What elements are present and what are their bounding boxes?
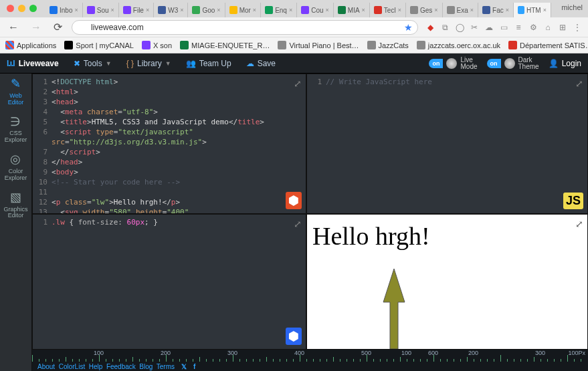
close-tab-icon[interactable]: × — [506, 7, 509, 13]
minimize-window-icon[interactable] — [18, 5, 25, 12]
ext-icon[interactable]: ▭ — [498, 22, 509, 33]
tab-label: File — [133, 7, 144, 14]
tab-label: Ges — [420, 7, 432, 14]
library-menu[interactable]: { }Library▼ — [126, 59, 171, 68]
ext-icon[interactable]: ◯ — [454, 22, 465, 33]
browser-tab[interactable]: MIA× — [334, 3, 370, 17]
close-tab-icon[interactable]: × — [289, 7, 292, 13]
live-mode-toggle[interactable]: on LiveMode — [429, 57, 477, 70]
close-tab-icon[interactable]: × — [146, 7, 149, 13]
ext-icon[interactable]: ☁ — [484, 22, 494, 33]
dark-theme-toggle[interactable]: on DarkTheme — [487, 57, 539, 70]
twitter-icon[interactable]: 𝕏 — [181, 363, 187, 370]
tab-label: HTM — [526, 7, 541, 14]
ext-icon[interactable]: ⧉ — [439, 22, 450, 33]
menu-icon[interactable]: ⋮ — [572, 22, 583, 33]
favicon-icon — [265, 6, 273, 14]
close-tab-icon[interactable]: × — [326, 7, 329, 13]
close-tab-icon[interactable]: × — [180, 7, 183, 13]
bookmark-item[interactable]: Département SATIS… — [508, 41, 588, 49]
bookmark-item[interactable]: JazzCats — [367, 41, 409, 49]
reload-button[interactable]: ⟳ — [51, 21, 65, 33]
browser-tab[interactable]: Enq× — [261, 3, 297, 17]
rail-item-css[interactable]: ∋CSSExplorer — [5, 116, 27, 144]
bookmark-item[interactable]: Sport | myCANAL — [64, 41, 134, 49]
bookmark-label: jazzcats.oerc.ox.ac.uk — [428, 41, 500, 49]
browser-tab[interactable]: W3× — [154, 3, 188, 17]
close-tab-icon[interactable]: × — [253, 7, 256, 13]
bookmark-item[interactable]: X son — [142, 41, 172, 49]
browser-tab[interactable]: Cou× — [297, 3, 334, 17]
browser-tab[interactable]: Sou× — [83, 3, 119, 17]
browser-tab[interactable]: Goo× — [188, 3, 225, 17]
maximize-window-icon[interactable] — [29, 5, 37, 12]
rail-item-web[interactable]: ✎WebEditor — [8, 78, 24, 106]
rail-item-graphics[interactable]: ▧GraphicsEditor — [3, 191, 27, 220]
expand-icon[interactable]: ⤢ — [294, 219, 302, 229]
close-tab-icon[interactable]: × — [74, 7, 78, 13]
browser-tab[interactable]: Fac× — [478, 3, 514, 17]
close-tab-icon[interactable]: × — [470, 7, 474, 13]
expand-icon[interactable]: ⤢ — [575, 219, 583, 229]
js-editor-pane[interactable]: ⤢ 1// Write JavaScript here JS — [306, 74, 588, 214]
close-tab-icon[interactable]: × — [398, 7, 401, 13]
browser-tab[interactable]: HTM× — [514, 3, 551, 17]
bookmark-star-icon[interactable]: ★ — [404, 22, 413, 33]
browser-tab[interactable]: File× — [119, 3, 154, 17]
close-tab-icon[interactable]: × — [217, 7, 220, 13]
favicon-icon — [50, 6, 58, 14]
footer-link[interactable]: About — [37, 363, 55, 370]
chevron-down-icon: ▼ — [106, 60, 112, 67]
close-tab-icon[interactable]: × — [543, 7, 547, 13]
browser-tab[interactable]: Inbo× — [45, 3, 83, 17]
bookmark-item[interactable]: Virtual Piano | Best… — [278, 41, 359, 49]
browser-tab[interactable]: Ges× — [406, 3, 443, 17]
tab-label: W3 — [168, 7, 178, 14]
close-window-icon[interactable] — [7, 5, 14, 12]
teamup-button[interactable]: 👥Team Up — [186, 59, 231, 68]
rail-item-color[interactable]: ◎ColorExplorer — [5, 153, 27, 182]
favicon-icon — [301, 6, 309, 14]
login-button[interactable]: 👤Login — [549, 59, 581, 68]
apps-button[interactable]: Applications — [5, 41, 56, 49]
close-tab-icon[interactable]: × — [362, 7, 365, 13]
html5-badge-icon: ⬢ — [286, 192, 302, 209]
browser-tab[interactable]: Exa× — [443, 3, 479, 17]
preview-svg-arrow-icon — [381, 269, 407, 349]
browser-tab[interactable]: Tecl× — [370, 3, 406, 17]
back-button[interactable]: ← — [5, 21, 21, 33]
close-tab-icon[interactable]: × — [434, 7, 437, 13]
footer-link[interactable]: Help — [89, 363, 103, 370]
footer-link[interactable]: Blog — [139, 363, 153, 370]
bookmark-favicon-icon — [278, 41, 286, 49]
save-button[interactable]: ☁Save — [246, 59, 276, 68]
css-editor-pane[interactable]: ⤢ 1.lw { font-size: 60px; } ⬢ — [32, 214, 306, 350]
tools-menu[interactable]: ✖Tools▼ — [74, 59, 112, 68]
bookmark-favicon-icon — [64, 41, 73, 49]
side-rail: ✎WebEditor∋CSSExplorer◎ColorExplorer▧Gra… — [0, 74, 32, 371]
facebook-icon[interactable]: f — [193, 363, 195, 370]
toggle-knob-icon — [446, 58, 457, 69]
app-logo[interactable]: l.ı.l Liveweave — [7, 59, 59, 68]
address-input[interactable] — [72, 20, 418, 35]
profile-name[interactable]: michel — [561, 3, 583, 11]
browser-tab[interactable]: Mor× — [225, 3, 262, 17]
ext-icon[interactable]: ◆ — [425, 22, 435, 33]
close-tab-icon[interactable]: × — [111, 7, 114, 13]
expand-icon[interactable]: ⤢ — [294, 78, 302, 89]
forward-button[interactable]: → — [28, 21, 44, 33]
ext-icon[interactable]: ⌂ — [543, 22, 553, 33]
bookmark-item[interactable]: jazzcats.oerc.ox.ac.uk — [417, 41, 500, 49]
ext-icon[interactable]: ✂ — [469, 22, 480, 33]
bookmark-item[interactable]: MIAGE-ENQUETE_R… — [180, 41, 270, 49]
tab-label: Tecl — [384, 7, 396, 14]
footer-link[interactable]: ColorList — [59, 363, 85, 370]
rail-icon: ✎ — [11, 78, 21, 91]
ext-icon[interactable]: ⚙ — [528, 22, 538, 33]
ext-icon[interactable]: ⊞ — [557, 22, 568, 33]
footer-link[interactable]: Terms — [157, 363, 175, 370]
expand-icon[interactable]: ⤢ — [575, 78, 583, 89]
ext-icon[interactable]: ≡ — [513, 22, 524, 33]
html-editor-pane[interactable]: ⤢ 123456 78910111213 14<!DOCTYPE html><h… — [32, 74, 306, 214]
footer-link[interactable]: Feedback — [106, 363, 136, 370]
